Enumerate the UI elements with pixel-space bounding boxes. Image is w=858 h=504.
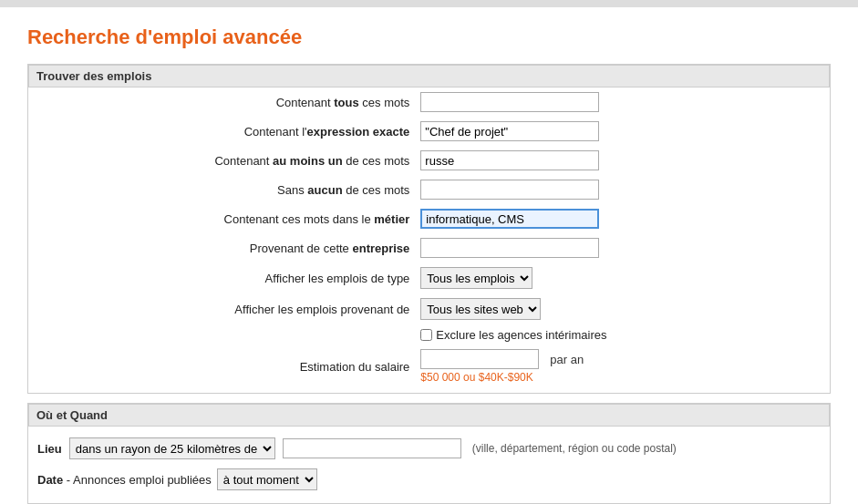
tous-mots-input-cell	[415, 87, 830, 117]
location-input[interactable]	[283, 438, 461, 458]
entreprise-row: Provenant de cette entreprise	[28, 233, 830, 262]
salaire-input[interactable]	[420, 349, 539, 369]
sans-aucun-input[interactable]	[420, 180, 599, 200]
au-moins-un-row: Contenant au moins un de ces mots	[28, 146, 830, 175]
salaire-label: Estimation du salaire	[28, 345, 415, 387]
exclure-agences-cell: Exclure les agences intérimaires	[415, 324, 830, 345]
lieu-select[interactable]: dans un rayon de 25 kilomètres de	[69, 437, 275, 459]
date-suffix: - Annonces emploi publiées	[67, 473, 212, 487]
search-form-table: Contenant tous ces mots Contenant l'expr…	[28, 87, 830, 387]
type-emploi-select[interactable]: Tous les emplois	[420, 267, 532, 289]
provenant-de-label: Afficher les emplois provenant de	[28, 293, 415, 324]
exclure-agences-checkbox[interactable]	[420, 329, 432, 341]
sans-aucun-row: Sans aucun de ces mots	[28, 175, 830, 204]
date-select[interactable]: à tout moment	[217, 468, 317, 490]
page-title: Recherche d'emploi avancée	[27, 26, 831, 49]
salaire-input-cell: par an $50 000 ou $40K-$90K	[415, 345, 830, 387]
expression-exacte-label: Contenant l'expression exacte	[28, 117, 415, 146]
metier-input-cell	[415, 204, 830, 233]
exclure-agences-label-empty	[28, 324, 415, 345]
expression-bold: expression exacte	[307, 125, 410, 139]
type-emploi-select-cell: Tous les emplois	[415, 262, 830, 293]
tous-mots-row: Contenant tous ces mots	[28, 87, 830, 117]
ou-quand-section: Où et Quand Lieu dans un rayon de 25 kil…	[27, 403, 831, 504]
entreprise-bold: entreprise	[352, 242, 409, 255]
exclure-agences-text: Exclure les agences intérimaires	[436, 328, 606, 342]
ou-quand-header: Où et Quand	[28, 404, 830, 427]
entreprise-input-cell	[415, 233, 830, 262]
type-emploi-row: Afficher les emplois de type Tous les em…	[28, 262, 830, 293]
expression-exacte-input-cell	[415, 117, 830, 146]
tous-bold: tous	[334, 96, 358, 109]
salaire-hint: $50 000 ou $40K-$90K	[420, 371, 824, 384]
date-row: Date - Annonces emploi publiées à tout m…	[37, 463, 821, 494]
salaire-row: Estimation du salaire par an $50 000 ou …	[28, 345, 830, 387]
au-moins-un-label: Contenant au moins un de ces mots	[28, 146, 415, 175]
tous-mots-label: Contenant tous ces mots	[28, 87, 415, 117]
exclure-agences-row: Exclure les agences intérimaires	[28, 324, 830, 345]
trouver-emplois-header: Trouver des emplois	[28, 65, 830, 87]
sans-aucun-label: Sans aucun de ces mots	[28, 175, 415, 204]
provenant-de-select-cell: Tous les sites web	[415, 293, 830, 324]
metier-row: Contenant ces mots dans le métier	[28, 204, 830, 233]
salaire-row-inner: par an	[420, 349, 824, 369]
entreprise-input[interactable]	[420, 238, 599, 258]
date-bold: Date	[37, 473, 63, 487]
aucun-bold: aucun	[307, 183, 342, 197]
type-emploi-label: Afficher les emplois de type	[28, 262, 415, 293]
sans-aucun-input-cell	[415, 175, 830, 204]
metier-label: Contenant ces mots dans le métier	[28, 204, 415, 233]
provenant-de-row: Afficher les emplois provenant de Tous l…	[28, 293, 830, 324]
metier-input[interactable]	[420, 209, 599, 229]
exclure-agences-label[interactable]: Exclure les agences intérimaires	[420, 328, 824, 342]
entreprise-label: Provenant de cette entreprise	[28, 233, 415, 262]
metier-bold: métier	[374, 212, 409, 226]
lieu-hint: (ville, département, région ou code post…	[472, 442, 677, 455]
au-moins-un-input[interactable]	[420, 150, 599, 170]
where-inner: Lieu dans un rayon de 25 kilomètres de (…	[28, 427, 830, 503]
au-moins-un-input-cell	[415, 146, 830, 175]
par-an-text: par an	[550, 353, 584, 366]
tous-mots-input[interactable]	[420, 92, 599, 112]
date-label: Date - Annonces emploi publiées	[37, 473, 212, 487]
lieu-row: Lieu dans un rayon de 25 kilomètres de (…	[37, 434, 821, 463]
trouver-emplois-section: Trouver des emplois Contenant tous ces m…	[27, 64, 831, 394]
expression-exacte-row: Contenant l'expression exacte	[28, 117, 830, 146]
provenant-de-select[interactable]: Tous les sites web	[420, 298, 541, 320]
lieu-label: Lieu	[37, 442, 62, 456]
expression-exacte-input[interactable]	[420, 121, 599, 141]
au-moins-un-bold: au moins un	[273, 154, 343, 168]
